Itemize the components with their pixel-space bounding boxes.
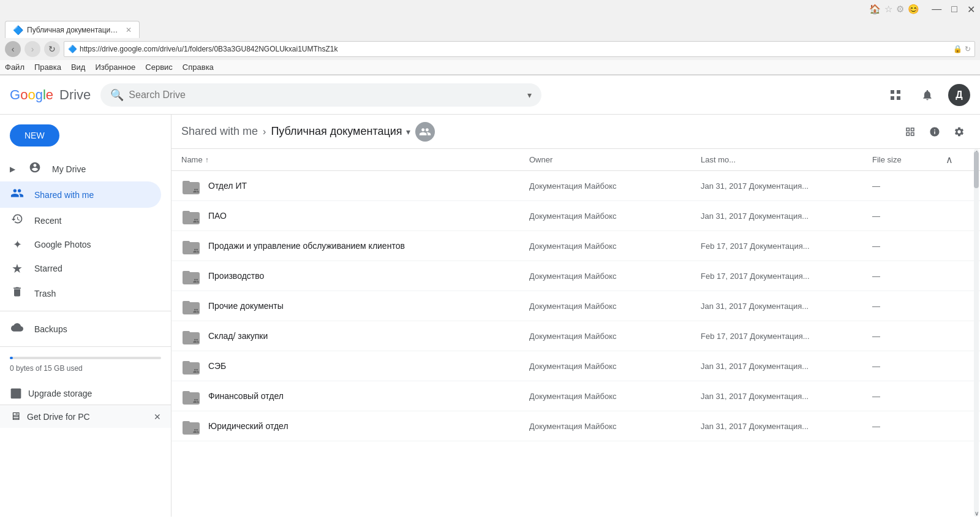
table-row[interactable]: Юридический отдел Документация Майбокс J… [172,411,980,441]
info-button[interactable] [924,121,946,143]
menu-service[interactable]: Сервис [145,63,173,72]
table-row[interactable]: ПАО Документация Майбокс Jan 31, 2017 До… [172,201,980,231]
forward-button[interactable]: › [24,41,40,57]
file-date-cell: Jan 31, 2017 Документация... [701,422,872,431]
file-name-text: Продажи и управление обслуживанием клиен… [208,241,405,251]
refresh-button[interactable]: ↻ [44,41,60,57]
breadcrumb-parent[interactable]: Shared with me [181,125,258,138]
sidebar-item-shared[interactable]: Shared with me [0,181,161,208]
file-name-cell: Производство [181,266,529,286]
table-row[interactable]: Прочие документы Документация Майбокс Ja… [172,291,980,321]
file-owner-cell: Документация Майбокс [529,362,701,371]
my-drive-label: My Drive [52,164,86,174]
grid-apps-button[interactable] [884,84,907,106]
table-row[interactable]: Склад/ закупки Документация Майбокс Feb … [172,321,980,351]
menubar: Файл Правка Вид Избранное Сервис Справка [0,60,980,75]
settings-button[interactable] [948,121,970,143]
table-row[interactable]: Отдел ИТ Документация Майбокс Jan 31, 20… [172,171,980,201]
sidebar-item-backups[interactable]: Backups [0,316,161,341]
folder-icon [181,206,201,226]
breadcrumb-separator: › [263,126,266,137]
file-owner-cell: Документация Майбокс [529,392,701,401]
column-name[interactable]: Name ↑ [181,155,529,164]
breadcrumb-current-text: Публичная документация [271,125,402,138]
search-bar[interactable]: 🔍 ▾ [100,83,541,107]
close-btn[interactable]: ✕ [967,4,975,15]
new-button[interactable]: NEW [10,124,59,146]
file-owner-cell: Документация Майбокс [529,211,701,221]
folder-icon [181,176,201,196]
recent-icon [10,213,24,228]
menu-view[interactable]: Вид [71,63,86,72]
expand-arrow-icon: ▶ [10,165,15,173]
get-drive-button[interactable]: 🖥 Get Drive for PC ✕ [0,405,171,428]
file-owner-cell: Документация Майбокс [529,272,701,281]
file-size-cell: — [872,392,946,401]
file-size-cell: — [872,332,946,341]
breadcrumb-bar: Shared with me › Публичная документация … [172,115,980,149]
column-last-modified[interactable]: Last mo... [701,155,872,164]
tab-close-btn[interactable]: ✕ [126,26,132,34]
file-name-cell: Отдел ИТ [181,176,529,196]
home-icon[interactable]: 🏠 [869,4,881,15]
sidebar-item-photos[interactable]: ✦ Google Photos [0,233,161,256]
user-avatar[interactable]: Д [948,84,970,106]
scroll-down-icon[interactable]: ∨ [974,510,979,517]
menu-file[interactable]: Файл [5,63,24,72]
view-toggle [899,121,970,143]
browser-titlebar: 🏠 ☆ ⚙ 😊 — □ ✕ [0,0,980,18]
sidebar-item-my-drive[interactable]: ▶ My Drive [0,156,161,181]
tab-bar: 🔷 Публичная документация - ... ✕ [0,18,980,38]
maximize-btn[interactable]: □ [951,4,957,15]
grid-view-button[interactable] [899,121,921,143]
menu-favorites[interactable]: Избранное [95,63,135,72]
address-url[interactable]: https://drive.google.com/drive/u/1/folde… [80,45,951,53]
notifications-button[interactable] [916,84,938,106]
folder-people-icon[interactable] [415,122,435,142]
file-owner-cell: Документация Майбокс [529,422,701,431]
menu-edit[interactable]: Правка [34,63,61,72]
folder-icon [181,326,201,346]
main-content: Shared with me › Публичная документация … [172,115,980,517]
sidebar-item-starred[interactable]: ★ Starred [0,256,161,281]
table-row[interactable]: Производство Документация Майбокс Feb 17… [172,261,980,291]
svg-rect-3 [897,96,900,100]
upgrade-storage-button[interactable]: Upgrade storage [0,382,171,405]
file-name-cell: Склад/ закупки [181,326,529,346]
logo-e: e [46,87,53,103]
table-row[interactable]: Финансовый отдел Документация Майбокс Ja… [172,381,980,411]
minimize-btn[interactable]: — [932,4,941,15]
column-owner[interactable]: Owner [529,155,701,164]
file-name-text: Финансовый отдел [208,391,284,401]
reload-icon[interactable]: ↻ [965,45,971,53]
content-row: NEW ▶ My Drive Shared with me [0,115,980,517]
storage-section: 0 bytes of 15 GB used [0,352,171,382]
settings-icon[interactable]: ⚙ [896,4,904,15]
sidebar-item-recent[interactable]: Recent [0,208,161,233]
collapse-arrow-icon[interactable]: ∧ [946,154,953,165]
search-input[interactable] [129,89,522,101]
sort-arrow-icon: ↑ [205,156,209,164]
active-tab[interactable]: 🔷 Публичная документация - ... ✕ [5,21,140,38]
get-drive-close-btn[interactable]: ✕ [154,412,161,422]
google-drive-app: Google Drive 🔍 ▾ Д NEW [0,75,980,517]
file-name-cell: Юридический отдел [181,416,529,436]
menu-help[interactable]: Справка [183,63,214,72]
file-size-cell: — [872,181,946,191]
folder-icon [181,236,201,256]
table-row[interactable]: Продажи и управление обслуживанием клиен… [172,231,980,261]
svg-rect-2 [891,96,894,100]
file-name-cell: Продажи и управление обслуживанием клиен… [181,236,529,256]
user-icon[interactable]: 😊 [908,4,919,15]
search-dropdown-icon[interactable]: ▾ [527,90,532,100]
tab-title: Публичная документация - ... [27,26,119,34]
trash-icon [10,286,24,301]
back-button[interactable]: ‹ [5,41,21,57]
sidebar-item-trash[interactable]: Trash [0,281,161,306]
breadcrumb-dropdown-btn[interactable]: ▾ [406,127,410,137]
table-row[interactable]: СЭБ Документация Майбокс Jan 31, 2017 До… [172,351,980,381]
file-owner-cell: Документация Майбокс [529,332,701,341]
scroll-thumb[interactable] [974,151,979,188]
star-icon[interactable]: ☆ [884,4,892,15]
column-file-size[interactable]: File size [872,155,946,164]
